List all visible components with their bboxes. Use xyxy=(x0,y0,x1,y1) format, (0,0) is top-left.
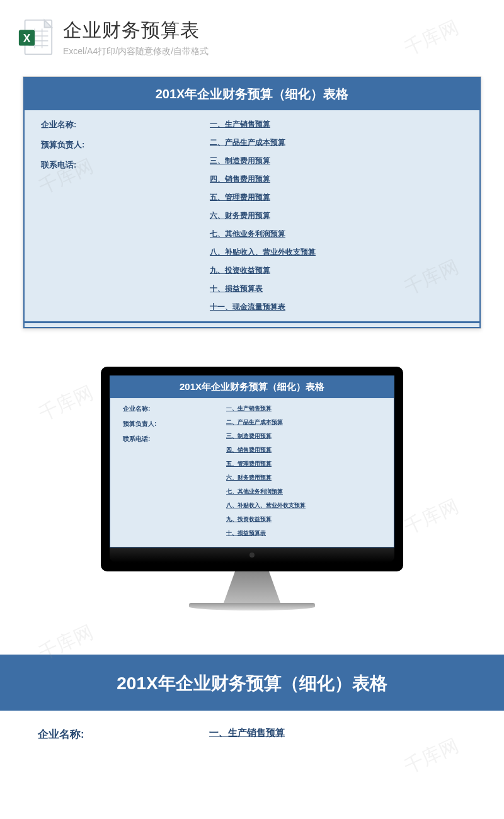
svg-text:X: X xyxy=(23,32,31,45)
monitor-screen: 201X年企业财务预算（细化）表格 企业名称:预算负责人:联系电话: 一、生产销… xyxy=(110,375,394,547)
toc-link[interactable]: 五、管理费用预算 xyxy=(226,460,381,468)
document-title-bar: 201X年企业财务预算（细化）表格 xyxy=(25,78,479,110)
toc-link[interactable]: 三、制造费用预算 xyxy=(226,432,381,440)
page-title: 企业财务预算表 xyxy=(63,18,209,43)
toc-link[interactable]: 九、投资收益预算 xyxy=(226,515,381,524)
toc-link[interactable]: 六、财务费用预算 xyxy=(226,474,381,482)
info-field-label: 预算负责人: xyxy=(41,139,210,151)
info-field-label: 企业名称: xyxy=(38,727,209,742)
document-toc-column: 一、生产销售预算二、产品生产成本预算三、制造费用预算四、销售费用预算五、管理费用… xyxy=(226,404,381,543)
toc-link[interactable]: 六、财务费用预算 xyxy=(210,210,463,221)
excel-file-icon: X xyxy=(16,18,55,57)
info-field-label: 预算负责人: xyxy=(123,420,226,428)
toc-link[interactable]: 十、损益预算表 xyxy=(210,284,463,294)
toc-link[interactable]: 七、其他业务利润预算 xyxy=(226,488,381,496)
document-fields-column: 企业名称:预算负责人:联系电话: xyxy=(41,119,210,320)
template-preview-card: 201X年企业财务预算（细化）表格 企业名称:预算负责人:联系电话: 一、生产销… xyxy=(23,76,481,329)
toc-link[interactable]: 四、销售费用预算 xyxy=(226,446,381,454)
page-subtitle: Excel/A4打印/内容随意修改/自带格式 xyxy=(63,46,209,57)
toc-link[interactable]: 五、管理费用预算 xyxy=(210,192,463,203)
budget-document: 201X年企业财务预算（细化）表格 企业名称:预算负责人:联系电话: 一、生产销… xyxy=(23,77,481,328)
document-fields-column: 企业名称:预算负责人:联系电话: xyxy=(123,404,226,543)
toc-link[interactable]: 十、损益预算表 xyxy=(226,529,381,537)
toc-link[interactable]: 十一、现金流量预算表 xyxy=(210,302,463,312)
toc-link[interactable]: 二、产品生产成本预算 xyxy=(210,137,463,148)
info-field-label: 企业名称: xyxy=(41,119,210,130)
toc-link[interactable]: 一、生产销售预算 xyxy=(210,119,463,130)
info-field-label: 联系电话: xyxy=(41,159,210,171)
large-preview-panel: 201X年企业财务预算（细化）表格 企业名称: 一、生产销售预算 xyxy=(0,655,504,749)
document-footer-rule xyxy=(25,321,479,323)
toc-link[interactable]: 三、制造费用预算 xyxy=(210,156,463,166)
toc-link[interactable]: 一、生产销售预算 xyxy=(209,727,466,739)
toc-link[interactable]: 八、补贴收入、营业外收支预算 xyxy=(226,501,381,510)
page-header: X 企业财务预算表 Excel/A4打印/内容随意修改/自带格式 xyxy=(0,0,504,67)
toc-link[interactable]: 四、销售费用预算 xyxy=(210,174,463,185)
document-fields-column: 企业名称: xyxy=(38,727,209,749)
toc-link[interactable]: 八、补贴收入、营业外收支预算 xyxy=(210,247,463,258)
toc-link[interactable]: 七、其他业务利润预算 xyxy=(210,229,463,239)
toc-link[interactable]: 九、投资收益预算 xyxy=(210,265,463,276)
monitor-chin xyxy=(110,547,394,563)
monitor-bezel: 201X年企业财务预算（细化）表格 企业名称:预算负责人:联系电话: 一、生产销… xyxy=(101,367,403,571)
document-title-bar: 201X年企业财务预算（细化）表格 xyxy=(0,656,504,711)
info-field-label: 企业名称: xyxy=(123,404,226,413)
document-toc-column: 一、生产销售预算 xyxy=(209,727,466,749)
monitor-stand xyxy=(224,571,280,603)
document-toc-column: 一、生产销售预算二、产品生产成本预算三、制造费用预算四、销售费用预算五、管理费用… xyxy=(210,119,463,320)
info-field-label: 联系电话: xyxy=(123,435,226,444)
toc-link[interactable]: 一、生产销售预算 xyxy=(226,404,381,413)
monitor-mockup: 201X年企业财务预算（细化）表格 企业名称:预算负责人:联系电话: 一、生产销… xyxy=(0,367,504,610)
monitor-base xyxy=(189,603,315,610)
toc-link[interactable]: 二、产品生产成本预算 xyxy=(226,418,381,427)
document-title-bar: 201X年企业财务预算（细化）表格 xyxy=(110,376,394,398)
